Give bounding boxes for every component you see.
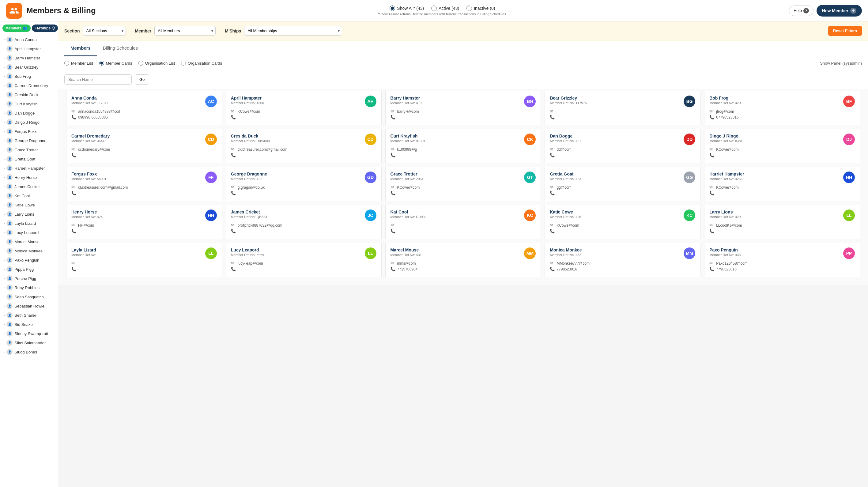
sidebar-item[interactable]: › 👤 Larry Lions bbox=[0, 210, 58, 219]
org-cards-radio[interactable] bbox=[181, 61, 186, 65]
card-email: ✉ccdromedary@com bbox=[71, 147, 217, 152]
sidebar-item[interactable]: › 👤 Curt Krayfish bbox=[0, 99, 58, 109]
member-avatar-small: 👤 bbox=[6, 266, 12, 272]
new-member-button[interactable]: New Member + bbox=[816, 5, 862, 17]
sidebar-item[interactable]: › 👤 Harriet Hampster bbox=[0, 163, 58, 173]
sidebar-tab-mships[interactable]: +M'ships ⬡ bbox=[32, 25, 58, 32]
member-card[interactable]: Dingo J Ringo Member Ref No: 8381 DJ ✉KC… bbox=[704, 129, 860, 163]
sidebar-item[interactable]: › 👤 Sebastian Howle bbox=[0, 301, 58, 311]
member-card[interactable]: Kat Cool Member Ref No: DU992 KC ✉ 📞 bbox=[385, 205, 541, 239]
go-button[interactable]: Go bbox=[135, 74, 149, 85]
mships-select[interactable]: All Memberships bbox=[244, 26, 342, 35]
member-card[interactable]: Bear Grizzley Member Ref No: 117975 BG ✉… bbox=[545, 91, 701, 125]
sidebar-item[interactable]: › 👤 Bear Grizzley bbox=[0, 62, 58, 72]
card-header: April Hampster Member Ref No: 18001 AH bbox=[231, 96, 376, 107]
sidebar-tab-members[interactable]: Members 👥 bbox=[2, 25, 31, 32]
sidebar-item[interactable]: › 👤 Marcel Mouse bbox=[0, 237, 58, 246]
sidebar-item[interactable]: › 👤 Dingo J Ringo bbox=[0, 118, 58, 127]
sidebar-item[interactable]: › 👤 Kat Cool bbox=[0, 191, 58, 200]
sidebar-item[interactable]: › 👤 Katie Cowe bbox=[0, 200, 58, 210]
member-card[interactable]: Harriet Hampster Member Ref No: 4263 HH … bbox=[704, 167, 860, 201]
member-card[interactable]: Paxo Penguin Member Ref No: 433 PP ✉Paxo… bbox=[704, 243, 860, 277]
inactive-option[interactable]: Inactive (0) bbox=[466, 5, 495, 11]
sidebar-item[interactable]: › 👤 Porche Pigg bbox=[0, 274, 58, 283]
card-header: Katie Cowe Member Ref No: 428 KC bbox=[550, 210, 695, 221]
member-card[interactable]: Carmel Dromedary Member Ref No: 36445 CD… bbox=[66, 129, 222, 163]
member-card[interactable]: Bob Frog Member Ref No: 420 BF ✉jfrog@co… bbox=[704, 91, 860, 125]
sidebar-item[interactable]: › 👤 Sid Snake bbox=[0, 320, 58, 329]
member-card[interactable]: Grace Trotter Member Ref No: 2961 GT ✉KC… bbox=[385, 167, 541, 201]
reset-filters-button[interactable]: Reset Filters bbox=[828, 26, 862, 36]
sidebar-item[interactable]: › 👤 Seth Snailer bbox=[0, 311, 58, 320]
sidebar-item[interactable]: › 👤 Sean Sasquatch bbox=[0, 292, 58, 301]
member-list-option[interactable]: Member List bbox=[64, 61, 93, 65]
member-select[interactable]: All Members bbox=[154, 26, 216, 35]
active-radio[interactable] bbox=[431, 5, 437, 11]
member-card[interactable]: April Hampster Member Ref No: 18001 AH ✉… bbox=[226, 91, 382, 125]
tab-billing[interactable]: Billing Schedules bbox=[97, 40, 144, 56]
sidebar-item[interactable]: › 👤 Dan Dogge bbox=[0, 109, 58, 118]
sidebar-item[interactable]: › 👤 Lucy Leapord bbox=[0, 228, 58, 237]
sidebar-item[interactable]: › 👤 Carmel Dromedary bbox=[0, 81, 58, 90]
sidebar-item[interactable]: › 👤 Barry Hamster bbox=[0, 53, 58, 62]
member-card[interactable]: Larry Lions Member Ref No: 429 LL ✉LLcoo… bbox=[704, 205, 860, 239]
org-list-radio[interactable] bbox=[138, 61, 143, 65]
member-list-radio[interactable] bbox=[64, 61, 69, 65]
member-card[interactable]: Fergus Foxx Member Ref No: 54001 FF ✉clu… bbox=[66, 167, 222, 201]
card-info: Marcel Mouse Member Ref No: 431 bbox=[391, 247, 522, 259]
show-all-radio[interactable] bbox=[390, 5, 395, 11]
help-button[interactable]: Help ? bbox=[789, 5, 813, 16]
member-card[interactable]: Katie Cowe Member Ref No: 428 KC ✉KCowe@… bbox=[545, 205, 701, 239]
member-cards-option[interactable]: Member Cards bbox=[99, 61, 132, 65]
sidebar-item[interactable]: › 👤 Slugg Bones bbox=[0, 347, 58, 357]
org-cards-option[interactable]: Organisation Cards bbox=[181, 61, 222, 65]
member-card[interactable]: Marcel Mouse Member Ref No: 431 MM ✉mms@… bbox=[385, 243, 541, 277]
member-card[interactable]: George Dragonne Member Ref No: 422 GD ✉g… bbox=[226, 167, 382, 201]
card-avatar: BG bbox=[684, 96, 695, 107]
member-card[interactable]: Gretta Goat Member Ref No: 423 GG ✉gg@co… bbox=[545, 167, 701, 201]
section-select[interactable]: All Sections bbox=[83, 26, 126, 35]
sidebar-item[interactable]: › 👤 Fergus Foxx bbox=[0, 127, 58, 136]
member-card[interactable]: Cresida Duck Member Ref No: Duck009 CD ✉… bbox=[226, 129, 382, 163]
chevron-right-icon: › bbox=[4, 121, 5, 124]
card-member-name: Carmel Dromedary bbox=[71, 133, 203, 139]
sidebar-item[interactable]: › 👤 Layla Lizard bbox=[0, 219, 58, 228]
sidebar-item[interactable]: › 👤 Gretta Goat bbox=[0, 154, 58, 163]
sidebar-item[interactable]: › 👤 Ruby Robbins bbox=[0, 283, 58, 292]
chevron-right-icon: › bbox=[4, 194, 5, 197]
member-card[interactable]: Barry Hamster Member Ref No: 419 BH ✉bar… bbox=[385, 91, 541, 125]
member-card[interactable]: Anna Conda Member Ref No: 117977 AC ✉ann… bbox=[66, 91, 222, 125]
sidebar-item[interactable]: › 👤 Paxo Penguin bbox=[0, 255, 58, 265]
member-cards-radio[interactable] bbox=[99, 61, 104, 65]
sidebar-item[interactable]: › 👤 George Dragonne bbox=[0, 136, 58, 145]
sidebar-item[interactable]: › 👤 Bob Frog bbox=[0, 72, 58, 81]
sidebar-item[interactable]: › 👤 Anna Conda bbox=[0, 35, 58, 44]
card-email: ✉MMonkee777@com bbox=[550, 261, 695, 266]
show-panel-button[interactable]: Show Panel (sysadmin) bbox=[820, 61, 862, 65]
member-card[interactable]: Henry Horse Member Ref No: 424 HH ✉HH@co… bbox=[66, 205, 222, 239]
member-card[interactable]: Lucy Leapord Member Ref No: rttrss LL ✉l… bbox=[226, 243, 382, 277]
inactive-radio[interactable] bbox=[466, 5, 472, 11]
member-card[interactable]: Monica Monkee Member Ref No: 432 MM ✉MMo… bbox=[545, 243, 701, 277]
sidebar-item[interactable]: › 👤 April Hampster bbox=[0, 44, 58, 53]
show-all-option[interactable]: Show All* (43) bbox=[390, 5, 424, 11]
sidebar-item[interactable]: › 👤 Sidney Swamp-ratt bbox=[0, 329, 58, 338]
sidebar-item[interactable]: › 👤 Silas Salamander bbox=[0, 338, 58, 347]
card-phone: 📞7798523016 bbox=[709, 267, 855, 271]
sidebar-item[interactable]: › 👤 Henry Horse bbox=[0, 173, 58, 182]
sidebar-item[interactable]: › 👤 Cresida Duck bbox=[0, 90, 58, 99]
member-card[interactable]: Dan Dogge Member Ref No: 421 DD ✉dd@com … bbox=[545, 129, 701, 163]
tab-members[interactable]: Members bbox=[64, 40, 97, 56]
member-card[interactable]: James Cricket Member Ref No: QB823 JC ✉p… bbox=[226, 205, 382, 239]
card-member-name: April Hampster bbox=[231, 96, 362, 100]
active-option[interactable]: Active (43) bbox=[431, 5, 459, 11]
org-list-option[interactable]: Organisation List bbox=[138, 61, 175, 65]
sidebar-item[interactable]: › 👤 James Cricket bbox=[0, 182, 58, 191]
member-card[interactable]: Layla Lizard Member Ref No: LL ✉ 📞 bbox=[66, 243, 222, 277]
sidebar-item[interactable]: › 👤 Monica Monkee bbox=[0, 246, 58, 255]
member-card[interactable]: Curt Krayfish Member Ref No: 97301 CK ✉k… bbox=[385, 129, 541, 163]
sidebar-item[interactable]: › 👤 Pippa Pigg bbox=[0, 265, 58, 274]
section-filter: Section All Sections bbox=[64, 26, 126, 35]
search-input[interactable] bbox=[64, 74, 132, 85]
sidebar-item[interactable]: › 👤 Grace Trotter bbox=[0, 145, 58, 154]
